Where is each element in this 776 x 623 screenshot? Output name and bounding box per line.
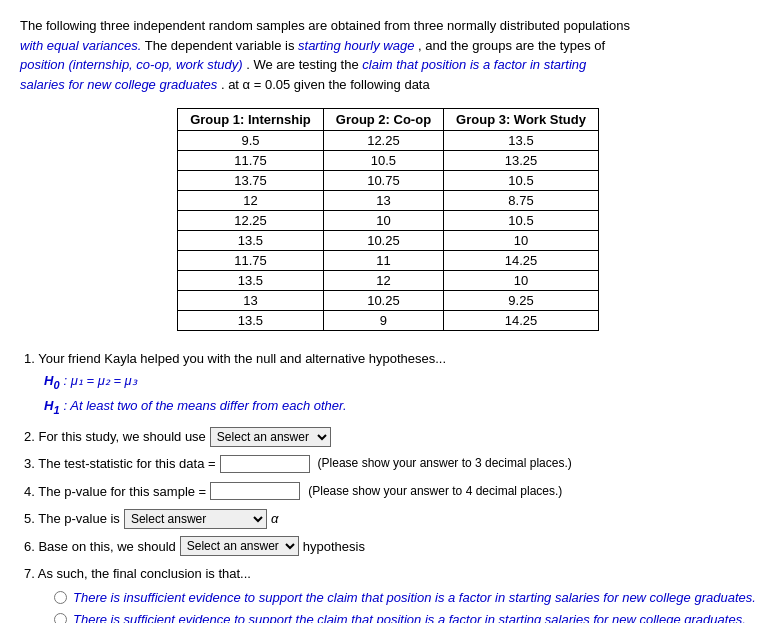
table-cell-1: 12: [323, 271, 443, 291]
question-5: 5. The p-value is Select answer less tha…: [24, 507, 756, 530]
table-cell-2: 14.25: [444, 311, 599, 331]
table-row: 11.751114.25: [178, 251, 599, 271]
hypotheses-block: H0 : μ₁ = μ₂ = μ₃ H1 : At least two of t…: [44, 370, 756, 419]
table-cell-1: 10: [323, 211, 443, 231]
table-row: 13.5914.25: [178, 311, 599, 331]
h0-label: H0: [44, 370, 60, 394]
radio-2-text: There is sufficient evidence to support …: [73, 611, 746, 623]
table-row: 9.512.2513.5: [178, 131, 599, 151]
q5-select[interactable]: Select answer less than (or equal to) gr…: [124, 509, 267, 529]
q4-note: (Please show your answer to 4 decimal pl…: [308, 481, 562, 503]
question-1: 1. Your friend Kayla helped you with the…: [24, 347, 756, 419]
table-cell-2: 13.5: [444, 131, 599, 151]
table-cell-1: 10.75: [323, 171, 443, 191]
intro-line3: position (internship, co-op, work study)…: [20, 57, 586, 72]
q7-label: 7. As such, the final conclusion is that…: [24, 566, 251, 581]
intro-paragraph: The following three independent random s…: [20, 16, 756, 94]
table-cell-1: 9: [323, 311, 443, 331]
q5-label: 5. The p-value is: [24, 507, 120, 530]
table-cell-2: 10: [444, 231, 599, 251]
table-cell-2: 10: [444, 271, 599, 291]
table-cell-2: 14.25: [444, 251, 599, 271]
table-cell-1: 10.25: [323, 291, 443, 311]
q5-alpha: α: [271, 507, 278, 530]
h1-label: H1: [44, 395, 60, 419]
table-cell-0: 13.75: [178, 171, 324, 191]
table-cell-1: 10.25: [323, 231, 443, 251]
table-cell-0: 13.5: [178, 231, 324, 251]
radio-item-1: There is insufficient evidence to suppor…: [54, 589, 756, 607]
col-header-2: Group 2: Co-op: [323, 109, 443, 131]
question-3: 3. The test-statistic for this data = (P…: [24, 452, 756, 475]
question-4: 4. The p-value for this sample = (Please…: [24, 480, 756, 503]
table-row: 13.7510.7510.5: [178, 171, 599, 191]
h1-text: : At least two of the means differ from …: [64, 395, 347, 417]
q2-label: 2. For this study, we should use: [24, 425, 206, 448]
intro-line2: with equal variances. The dependent vari…: [20, 38, 605, 53]
table-cell-0: 12.25: [178, 211, 324, 231]
question-6: 6. Base on this, we should Select an ans…: [24, 535, 756, 558]
h0-line: H0 : μ₁ = μ₂ = μ₃: [44, 370, 756, 394]
q1-label: 1. Your friend Kayla helped you with the…: [24, 351, 446, 366]
table-row: 1310.259.25: [178, 291, 599, 311]
col-header-1: Group 1: Internship: [178, 109, 324, 131]
table-cell-0: 11.75: [178, 251, 324, 271]
table-cell-2: 10.5: [444, 171, 599, 191]
table-cell-1: 10.5: [323, 151, 443, 171]
table-cell-2: 13.25: [444, 151, 599, 171]
q6-suffix: hypothesis: [303, 535, 365, 558]
table-cell-0: 13: [178, 291, 324, 311]
table-row: 12138.75: [178, 191, 599, 211]
q4-label: 4. The p-value for this sample =: [24, 480, 206, 503]
table-cell-0: 9.5: [178, 131, 324, 151]
radio-item-2: There is sufficient evidence to support …: [54, 611, 756, 623]
question-2: 2. For this study, we should use Select …: [24, 425, 756, 448]
table-cell-0: 11.75: [178, 151, 324, 171]
table-row: 12.251010.5: [178, 211, 599, 231]
table-row: 13.51210: [178, 271, 599, 291]
table-cell-0: 12: [178, 191, 324, 211]
q6-select[interactable]: Select an answer reject fail to reject: [180, 536, 299, 556]
table-row: 11.7510.513.25: [178, 151, 599, 171]
intro-line1: The following three independent random s…: [20, 18, 630, 33]
questions-section: 1. Your friend Kayla helped you with the…: [24, 347, 756, 623]
q2-select[interactable]: Select an answer One-Way ANOVA Two-Way A…: [210, 427, 331, 447]
q4-input[interactable]: [210, 482, 300, 500]
q3-input[interactable]: [220, 455, 310, 473]
radio-group: There is insufficient evidence to suppor…: [54, 589, 756, 623]
table-cell-2: 8.75: [444, 191, 599, 211]
table-cell-2: 10.5: [444, 211, 599, 231]
radio-sufficient[interactable]: [54, 613, 67, 623]
q6-label: 6. Base on this, we should: [24, 535, 176, 558]
table-cell-1: 13: [323, 191, 443, 211]
intro-line4: salaries for new college graduates . at …: [20, 77, 430, 92]
h1-line: H1 : At least two of the means differ fr…: [44, 395, 756, 419]
table-row: 13.510.2510: [178, 231, 599, 251]
h0-text: : μ₁ = μ₂ = μ₃: [64, 370, 137, 392]
table-cell-1: 12.25: [323, 131, 443, 151]
q3-note: (Please show your answer to 3 decimal pl…: [318, 453, 572, 475]
question-7: 7. As such, the final conclusion is that…: [24, 562, 756, 623]
col-header-3: Group 3: Work Study: [444, 109, 599, 131]
radio-1-text: There is insufficient evidence to suppor…: [73, 589, 756, 607]
radio-insufficient[interactable]: [54, 591, 67, 604]
table-cell-0: 13.5: [178, 271, 324, 291]
table-cell-1: 11: [323, 251, 443, 271]
table-cell-0: 13.5: [178, 311, 324, 331]
data-table: Group 1: Internship Group 2: Co-op Group…: [177, 108, 599, 331]
table-cell-2: 9.25: [444, 291, 599, 311]
q3-label: 3. The test-statistic for this data =: [24, 452, 216, 475]
